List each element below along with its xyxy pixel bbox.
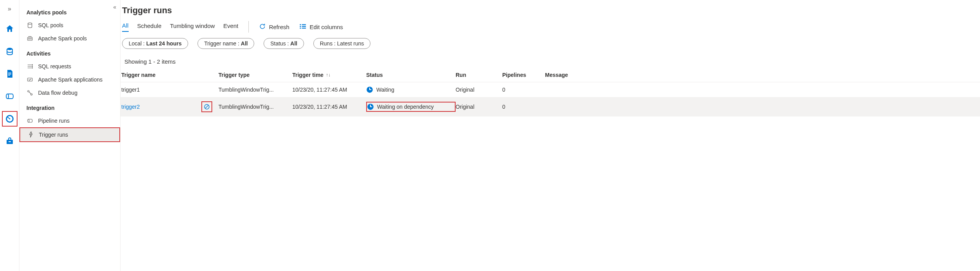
cancel-run-button[interactable] xyxy=(201,101,212,112)
refresh-label: Refresh xyxy=(269,24,290,30)
svg-point-7 xyxy=(9,118,10,120)
col-trigger-name[interactable]: Trigger name xyxy=(121,72,218,78)
nav-label: Apache Spark pools xyxy=(38,35,87,42)
svg-rect-1 xyxy=(8,73,11,73)
cell-trigger-name: trigger2 xyxy=(121,101,218,112)
nav-label: SQL pools xyxy=(38,22,63,28)
separator xyxy=(248,21,249,33)
col-label: Trigger time xyxy=(292,72,323,78)
nav-item-spark-pools[interactable]: Apache Spark pools xyxy=(19,32,120,45)
filter-trigger-name[interactable]: Trigger name : All xyxy=(197,38,254,49)
nav-section-activities: Activities xyxy=(19,45,120,60)
side-nav: « Analytics pools SQL pools Apache Spark… xyxy=(19,0,121,271)
col-message[interactable]: Message xyxy=(545,72,599,78)
trigger-name-link[interactable]: trigger2 xyxy=(121,104,140,110)
svg-point-0 xyxy=(7,48,12,50)
refresh-icon xyxy=(259,23,266,31)
nav-item-pipeline-runs[interactable]: Pipeline runs xyxy=(19,114,120,127)
nav-item-data-flow-debug[interactable]: Data flow debug xyxy=(19,86,120,99)
trigger-runs-icon xyxy=(27,131,34,138)
svg-rect-27 xyxy=(302,28,306,28)
rail-manage[interactable] xyxy=(2,134,17,149)
columns-icon xyxy=(299,23,306,31)
document-icon xyxy=(5,69,14,78)
svg-point-10 xyxy=(28,23,32,24)
filter-runs[interactable]: Runs : Latest runs xyxy=(313,38,371,49)
svg-point-4 xyxy=(6,94,9,99)
nav-item-sql-requests[interactable]: SQL requests xyxy=(19,60,120,73)
col-status[interactable]: Status xyxy=(366,72,456,78)
nav-label: Trigger runs xyxy=(39,132,68,138)
nav-item-sql-pools[interactable]: SQL pools xyxy=(19,19,120,32)
cell-status: Waiting xyxy=(366,86,456,93)
pipeline-icon xyxy=(5,92,14,101)
rail-expand-toggle[interactable]: » xyxy=(6,4,13,14)
sql-pool-icon xyxy=(26,22,33,29)
cell-pipelines: 0 xyxy=(502,87,545,93)
filter-label: Runs : xyxy=(320,40,335,47)
status-text: Waiting on dependency xyxy=(377,104,434,110)
nav-section-integration: Integration xyxy=(19,99,120,114)
col-trigger-type[interactable]: Trigger type xyxy=(218,72,292,78)
table-row[interactable]: trigger2 TumblingWindowTrig... 10/23/20,… xyxy=(121,97,980,116)
filter-local[interactable]: Local : Last 24 hours xyxy=(122,38,188,49)
toolbox-icon xyxy=(5,137,14,146)
side-nav-collapse-toggle[interactable]: « xyxy=(113,4,116,10)
pipeline-runs-icon xyxy=(26,117,33,124)
status-text: Waiting xyxy=(376,87,394,93)
svg-point-17 xyxy=(32,68,33,68)
svg-rect-22 xyxy=(300,24,301,25)
svg-rect-9 xyxy=(9,141,11,142)
col-run[interactable]: Run xyxy=(456,72,502,78)
filter-value: All xyxy=(241,40,248,47)
cancel-icon xyxy=(204,104,210,110)
tab-event[interactable]: Event xyxy=(224,23,238,31)
rail-home[interactable] xyxy=(2,21,17,36)
svg-rect-26 xyxy=(302,26,306,26)
filter-label: Trigger name : xyxy=(204,40,239,47)
filter-status[interactable]: Status : All xyxy=(264,38,304,49)
main-content: Trigger runs All Schedule Tumbling windo… xyxy=(121,0,980,271)
sort-icon: ↑↓ xyxy=(326,72,330,78)
rail-monitor[interactable] xyxy=(2,111,17,127)
cell-status: Waiting on dependency xyxy=(366,102,456,112)
results-grid: Trigger name Trigger type Trigger time ↑… xyxy=(121,68,980,116)
svg-rect-24 xyxy=(300,28,301,28)
filter-label: Local : xyxy=(129,40,145,47)
cell-pipelines: 0 xyxy=(502,104,545,110)
data-flow-debug-icon xyxy=(26,89,33,96)
svg-point-19 xyxy=(28,90,29,92)
cell-trigger-time: 10/23/20, 11:27:45 AM xyxy=(292,87,366,93)
rail-integrate[interactable] xyxy=(2,89,17,104)
rail-develop[interactable] xyxy=(2,66,17,82)
edit-columns-button[interactable]: Edit columns xyxy=(299,23,343,31)
cell-trigger-time: 10/23/20, 11:27:45 AM xyxy=(292,104,366,110)
tabs: All Schedule Tumbling window Event xyxy=(122,22,238,32)
nav-section-analytics-pools: Analytics pools xyxy=(19,4,120,19)
refresh-button[interactable]: Refresh xyxy=(259,23,290,31)
clock-icon xyxy=(367,103,374,110)
col-trigger-time[interactable]: Trigger time ↑↓ xyxy=(292,72,366,78)
rail-data[interactable] xyxy=(2,43,17,59)
tab-all[interactable]: All xyxy=(122,22,129,32)
filter-value: Latest runs xyxy=(337,40,364,47)
sql-requests-icon xyxy=(26,63,33,70)
svg-rect-23 xyxy=(300,26,301,26)
result-count: Showing 1 - 2 items xyxy=(121,51,980,68)
home-icon xyxy=(5,24,14,33)
svg-point-12 xyxy=(28,38,29,39)
page-title: Trigger runs xyxy=(122,3,980,16)
col-pipelines[interactable]: Pipelines xyxy=(502,72,545,78)
svg-rect-3 xyxy=(8,75,10,76)
svg-rect-2 xyxy=(8,74,11,75)
nav-label: SQL requests xyxy=(38,63,71,69)
tab-schedule[interactable]: Schedule xyxy=(137,23,162,31)
svg-point-13 xyxy=(30,38,30,39)
svg-point-15 xyxy=(32,64,33,65)
nav-item-spark-apps[interactable]: Apache Spark applications xyxy=(19,73,120,86)
table-row[interactable]: trigger1 TumblingWindowTrig... 10/23/20,… xyxy=(121,82,980,97)
monitor-gauge-icon xyxy=(5,114,14,123)
tab-tumbling-window[interactable]: Tumbling window xyxy=(170,23,215,31)
grid-header: Trigger name Trigger type Trigger time ↑… xyxy=(121,68,980,82)
nav-item-trigger-runs[interactable]: Trigger runs xyxy=(19,127,120,142)
